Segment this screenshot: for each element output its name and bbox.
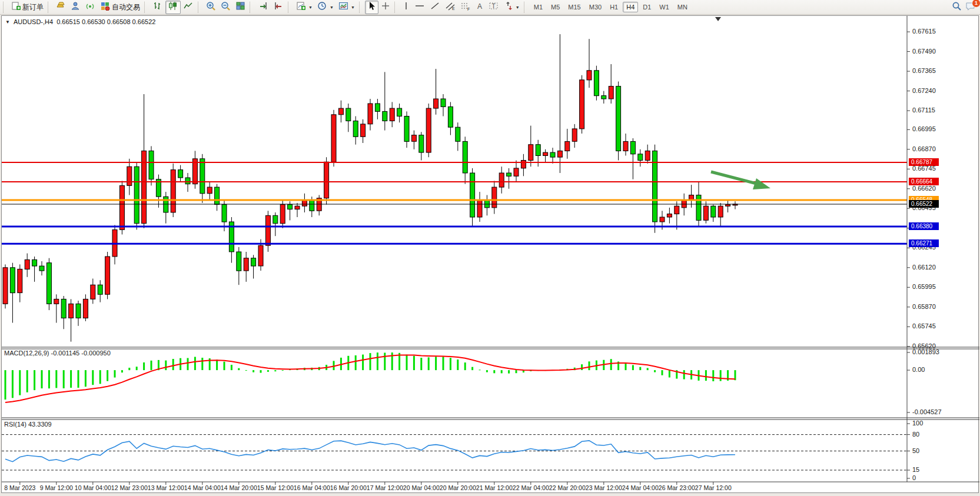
price-line-badge: 0.66271	[909, 239, 939, 247]
rsi-axis-tick: 80	[912, 431, 919, 438]
macd-axis-tick: -0.004527	[912, 408, 942, 415]
price-axis-tick: 0.65995	[912, 283, 936, 290]
svg-text:F: F	[467, 7, 470, 11]
timeframe-button-h4[interactable]: H4	[623, 2, 638, 12]
chat-button[interactable]: 1	[965, 1, 976, 14]
toolbar-grip	[3, 2, 6, 13]
chart-shift-icon	[273, 1, 284, 13]
chart-window: ▼ AUDUSD-,H4 0.66515 0.66530 0.66508 0.6…	[1, 15, 979, 493]
timeframe-button-d1[interactable]: D1	[639, 2, 655, 12]
price-line-badge: 0.66522	[909, 200, 939, 208]
time-axis-label: 15 Mar 12:00	[257, 484, 294, 491]
macd-axis-tick: 0.00	[912, 366, 925, 373]
tile-windows-button[interactable]	[233, 1, 248, 14]
search-icon[interactable]	[952, 1, 962, 14]
timeframe-buttons: M1M5M15M30H1H4D1W1MN	[530, 2, 692, 12]
signals-button[interactable]	[83, 1, 98, 14]
macd-signal-value: -0.000950	[81, 349, 111, 357]
signal-icon	[85, 1, 95, 13]
chart-shift-button[interactable]	[271, 1, 286, 14]
rsi-indicator-label: RSI(14) 43.3309	[4, 421, 52, 428]
price-axis-tick: 0.66995	[912, 125, 936, 132]
zoom-in-button[interactable]	[204, 1, 218, 14]
chevron-down-icon: ▼	[330, 5, 334, 9]
time-axis-label: 16 Mar 20:00	[330, 484, 367, 491]
horizontal-line-tool-button[interactable]	[412, 1, 427, 14]
templates-menu-button[interactable]: ▼	[336, 1, 357, 14]
bar-chart-button[interactable]	[150, 1, 165, 14]
line-chart-icon	[183, 1, 194, 13]
candlestick-chart-button[interactable]	[165, 1, 181, 14]
auto-trading-label: 自动交易	[112, 2, 140, 12]
time-axis-label: 21 Mar 12:00	[476, 484, 513, 491]
timeframe-button-m5[interactable]: M5	[547, 2, 563, 12]
vertical-line-icon	[403, 1, 410, 13]
time-axis-label: 9 Mar 12:00	[40, 484, 73, 491]
client-terminal-button[interactable]	[68, 1, 83, 14]
market-watch-button[interactable]	[54, 1, 68, 14]
price-axis-tick: 0.66620	[912, 185, 936, 192]
chart-symbol-period: AUDUSD-,H4	[14, 18, 53, 25]
bar-chart-icon	[152, 1, 163, 13]
trendline-icon	[430, 1, 440, 13]
clock-icon	[317, 1, 327, 13]
text-tool-button[interactable]: A	[473, 1, 486, 14]
auto-scroll-icon	[258, 1, 268, 13]
time-axis-label: 16 Mar 04:00	[294, 484, 330, 491]
arrows-tool-button[interactable]: ▼	[501, 1, 522, 14]
indicators-menu-button[interactable]: ▼	[294, 1, 315, 14]
collapse-triangle-icon[interactable]: ▼	[5, 19, 10, 25]
cursor-tool-button[interactable]	[365, 1, 378, 14]
chevron-down-icon: ▼	[351, 5, 355, 9]
timeframe-button-m15[interactable]: M15	[564, 2, 584, 12]
new-order-icon	[11, 1, 21, 13]
crosshair-tool-button[interactable]	[378, 1, 393, 14]
time-axis-label: 23 Mar 12:00	[586, 484, 622, 491]
rsi-axis-tick: 15	[912, 466, 919, 473]
rsi-axis-tick: 0	[912, 474, 916, 481]
auto-scroll-button[interactable]	[255, 1, 271, 14]
macd-axis-tick: 0.001893	[912, 348, 939, 355]
vertical-line-tool-button[interactable]	[400, 1, 412, 14]
time-axis-label: 20 Mar 04:00	[403, 484, 440, 491]
price-line-badge: 0.66664	[909, 178, 939, 185]
timeframe-button-h1[interactable]: H1	[606, 2, 622, 12]
trendline-tool-button[interactable]	[427, 1, 443, 14]
cursor-icon	[367, 1, 376, 13]
auto-trading-button[interactable]: 自动交易	[98, 1, 142, 14]
chevron-down-icon: ▼	[516, 5, 520, 9]
line-chart-button[interactable]	[181, 1, 196, 14]
timeframe-button-m1[interactable]: M1	[530, 2, 546, 12]
svg-text:T: T	[491, 3, 495, 9]
timeframe-button-w1[interactable]: W1	[656, 2, 673, 12]
text-icon: A	[476, 1, 484, 13]
timeframe-button-mn[interactable]: MN	[674, 2, 691, 12]
periods-menu-button[interactable]: ▼	[315, 1, 336, 14]
time-axis-label: 22 Mar 04:00	[513, 484, 549, 491]
add-indicator-icon	[296, 1, 306, 13]
svg-text:A: A	[477, 2, 482, 11]
price-axis-tick: 0.65745	[912, 322, 936, 329]
chart-plot[interactable]	[2, 16, 979, 494]
channel-tool-button[interactable]: E	[443, 1, 458, 14]
chat-badge: 1	[972, 0, 980, 8]
price-axis-tick: 0.67490	[912, 48, 936, 55]
terminal-user-icon	[71, 1, 81, 13]
fibonacci-tool-button[interactable]: F	[458, 1, 473, 14]
new-order-label: 新订单	[22, 2, 44, 12]
text-label-tool-button[interactable]: T	[486, 1, 501, 14]
fibonacci-icon: F	[460, 1, 471, 13]
price-axis-tick: 0.66870	[912, 145, 936, 152]
text-label-icon: T	[489, 1, 499, 13]
time-axis-label: 17 Mar 12:00	[367, 484, 403, 491]
price-axis-tick: 0.66120	[912, 264, 936, 271]
zoom-out-button[interactable]	[218, 1, 233, 14]
time-axis-label: 26 Mar 23:00	[659, 484, 695, 491]
candlestick-chart-icon	[168, 1, 178, 13]
new-order-button[interactable]: 新订单	[9, 1, 46, 14]
timeframe-button-m30[interactable]: M30	[586, 2, 605, 12]
zoom-in-icon	[206, 1, 216, 13]
macd-indicator-label: MACD(12,26,9) -0.001145 -0.000950	[4, 349, 111, 357]
time-axis-label: 8 Mar 2023	[4, 484, 35, 491]
time-axis-label: 13 Mar 12:00	[148, 484, 184, 491]
